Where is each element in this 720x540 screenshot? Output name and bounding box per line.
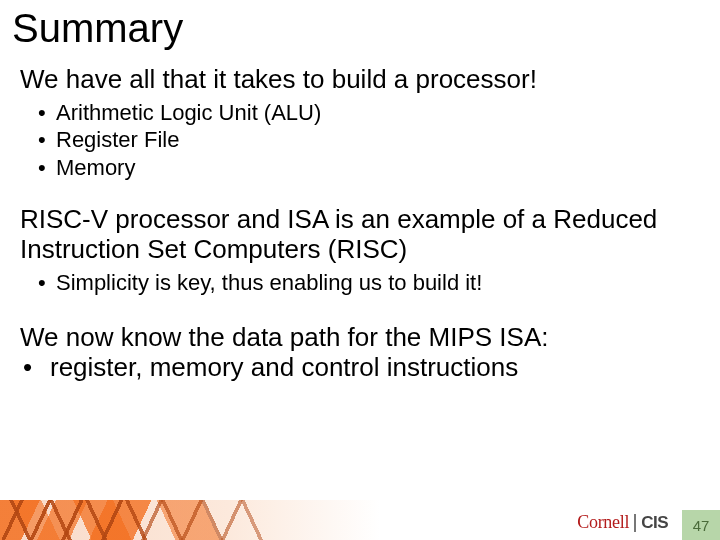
slide: Summary We have all that it takes to bui…: [0, 0, 720, 540]
section3-bullet: register, memory and control instruction…: [20, 353, 700, 383]
section3-lead: We now know the data path for the MIPS I…: [20, 323, 700, 353]
footer: Cornell CIS 47: [0, 500, 720, 540]
bullet-item: Memory: [38, 154, 700, 182]
bullet-item: Simplicity is key, thus enabling us to b…: [38, 269, 700, 297]
page-number-box: 47: [682, 510, 720, 540]
bullet-item: Register File: [38, 126, 700, 154]
slide-title: Summary: [0, 0, 720, 51]
section1-lead: We have all that it takes to build a pro…: [20, 65, 700, 95]
cornell-cis-logo: Cornell CIS: [577, 512, 668, 534]
section2-lead: RISC-V processor and ISA is an example o…: [20, 205, 700, 265]
page-number: 47: [693, 517, 710, 534]
section2-bullets: Simplicity is key, thus enabling us to b…: [20, 267, 700, 297]
logo-divider-icon: [634, 514, 636, 532]
logo-cornell-text: Cornell: [577, 512, 629, 533]
decorative-pattern: [0, 500, 380, 540]
logo-cis-text: CIS: [641, 513, 668, 533]
section1-bullets: Arithmetic Logic Unit (ALU) Register Fil…: [20, 97, 700, 182]
slide-content: We have all that it takes to build a pro…: [0, 51, 720, 382]
bullet-item: Arithmetic Logic Unit (ALU): [38, 99, 700, 127]
